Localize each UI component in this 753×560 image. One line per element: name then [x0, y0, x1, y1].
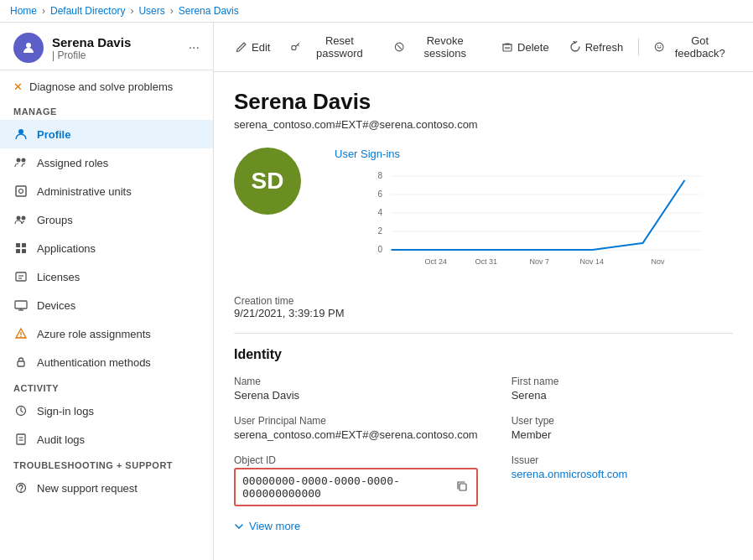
- profile-email: serena_contoso.com#EXT#@serena.contoso.c…: [234, 118, 733, 131]
- audit-icon: [13, 432, 29, 447]
- avatar-small: [13, 33, 44, 63]
- key-icon: [290, 41, 300, 53]
- profile-name: Serena Davis: [234, 89, 733, 115]
- feedback-button[interactable]: Got feedback?: [646, 29, 740, 65]
- svg-line-30: [397, 44, 402, 49]
- svg-rect-4: [16, 186, 26, 196]
- svg-text:0: 0: [378, 245, 383, 254]
- diagnose-and-solve[interactable]: ✕ Diagnose and solve problems: [0, 74, 213, 100]
- upn-field: User Principal Name serena_contoso.com#E…: [234, 415, 478, 441]
- user-type-value: Member: [512, 428, 733, 441]
- svg-point-35: [655, 43, 663, 51]
- breadcrumb-users[interactable]: Users: [138, 5, 164, 17]
- user-name-header: Serena Davis: [52, 35, 131, 49]
- sidebar-item-groups[interactable]: Groups: [0, 205, 213, 234]
- first-name-field: First name Serena: [512, 376, 733, 402]
- sidebar-item-auth-methods[interactable]: Authentication methods: [0, 348, 213, 376]
- sidebar-nav: ✕ Diagnose and solve problems Manage Pro…: [0, 70, 213, 560]
- creation-label: Creation time: [234, 295, 733, 307]
- manage-section-label: Manage: [0, 100, 213, 120]
- main-content: Edit Reset password Revoke sessions: [214, 23, 753, 560]
- identity-title: Identity: [234, 347, 733, 362]
- profile-top: SD User Sign-ins 8 6 4 2 0: [234, 148, 733, 275]
- user-header: Serena Davis | Profile ···: [0, 23, 213, 70]
- wrench-icon: ✕: [13, 80, 23, 93]
- header-ellipsis[interactable]: ···: [189, 40, 200, 55]
- activity-section-label: Activity: [0, 376, 213, 397]
- sidebar-item-profile[interactable]: Profile: [0, 120, 213, 148]
- user-type-field: User type Member: [512, 415, 733, 441]
- svg-rect-10: [16, 249, 20, 253]
- sidebar-item-audit-logs[interactable]: Audit logs: [0, 425, 213, 454]
- svg-point-37: [660, 45, 661, 46]
- view-more[interactable]: View more: [234, 520, 733, 532]
- sidebar-item-assigned-roles[interactable]: Assigned roles: [0, 148, 213, 177]
- edit-icon: [236, 41, 247, 53]
- issuer-label: Issuer: [512, 454, 733, 466]
- revoke-sessions-button[interactable]: Revoke sessions: [386, 29, 490, 65]
- svg-text:Nov 7: Nov 7: [530, 257, 550, 266]
- sidebar-item-support[interactable]: New support request: [0, 474, 213, 502]
- sidebar-item-signin-logs[interactable]: Sign-in logs: [0, 397, 213, 425]
- sidebar-item-admin-units[interactable]: Administrative units: [0, 177, 213, 205]
- toolbar-divider: [638, 39, 639, 55]
- user-page-label: | Profile: [52, 49, 131, 61]
- breadcrumb-sep-1: ›: [42, 5, 45, 17]
- name-label: Name: [234, 376, 478, 387]
- svg-point-6: [17, 216, 21, 220]
- avatar-large: SD: [234, 148, 301, 215]
- breadcrumb-home[interactable]: Home: [10, 5, 37, 17]
- sidebar-item-azure-roles[interactable]: Azure role assignments: [0, 319, 213, 348]
- first-name-value: Serena: [512, 389, 733, 402]
- breadcrumb-current: Serena Davis: [179, 5, 239, 17]
- breadcrumb-default-directory[interactable]: Default Directory: [50, 5, 125, 17]
- support-icon: [13, 480, 29, 495]
- svg-point-27: [20, 490, 22, 492]
- object-id-wrapper: 00000000-0000-0000-0000-000000000000: [234, 468, 478, 506]
- svg-point-3: [22, 158, 26, 163]
- issuer-field: Issuer serena.onmicrosoft.com: [512, 454, 733, 506]
- support-section-label: Troubleshooting + Support: [0, 454, 213, 474]
- copy-icon: [456, 480, 468, 492]
- svg-point-7: [22, 216, 26, 220]
- object-id-field: Object ID 00000000-0000-0000-0000-000000…: [234, 454, 478, 506]
- auth-icon: [13, 355, 29, 370]
- feedback-icon: [654, 41, 664, 53]
- svg-text:2: 2: [378, 226, 383, 236]
- toolbar: Edit Reset password Revoke sessions: [214, 23, 753, 72]
- svg-text:Oct 24: Oct 24: [425, 257, 448, 266]
- reset-password-button[interactable]: Reset password: [282, 29, 382, 65]
- chart-title: User Sign-ins: [335, 148, 733, 160]
- first-name-label: First name: [512, 376, 733, 387]
- svg-point-2: [17, 158, 21, 163]
- svg-rect-23: [17, 434, 25, 444]
- user-header-text: Serena Davis | Profile: [52, 35, 131, 61]
- svg-point-1: [18, 129, 23, 134]
- refresh-icon: [569, 41, 581, 53]
- delete-button[interactable]: Delete: [493, 36, 558, 59]
- object-id-label: Object ID: [234, 454, 478, 466]
- svg-text:Nov 14: Nov 14: [580, 257, 605, 266]
- chevron-down-icon: [234, 521, 244, 531]
- sidebar-item-devices[interactable]: Devices: [0, 291, 213, 319]
- svg-point-28: [292, 45, 296, 49]
- svg-text:8: 8: [378, 171, 383, 180]
- issuer-value[interactable]: serena.onmicrosoft.com: [512, 468, 628, 480]
- sidebar-item-licenses[interactable]: Licenses: [0, 262, 213, 291]
- creation-time: Creation time 9/21/2021, 3:39:19 PM: [234, 295, 733, 319]
- breadcrumb: Home › Default Directory › Users › Seren…: [0, 0, 753, 23]
- azure-icon: [13, 326, 29, 341]
- svg-point-5: [19, 189, 23, 194]
- name-field: Name Serena Davis: [234, 376, 478, 402]
- copy-object-id-button[interactable]: [454, 479, 470, 496]
- sidebar: Serena Davis | Profile ··· ✕ Diagnose an…: [0, 23, 214, 560]
- edit-button[interactable]: Edit: [227, 36, 278, 59]
- user-type-label: User type: [512, 415, 733, 427]
- sidebar-item-applications[interactable]: Applications: [0, 234, 213, 262]
- svg-point-36: [657, 45, 658, 46]
- chart-area: User Sign-ins 8 6 4 2 0: [335, 148, 733, 275]
- creation-value: 9/21/2021, 3:39:19 PM: [234, 307, 733, 319]
- license-icon: [13, 269, 29, 284]
- svg-rect-11: [22, 249, 26, 253]
- refresh-button[interactable]: Refresh: [561, 36, 632, 59]
